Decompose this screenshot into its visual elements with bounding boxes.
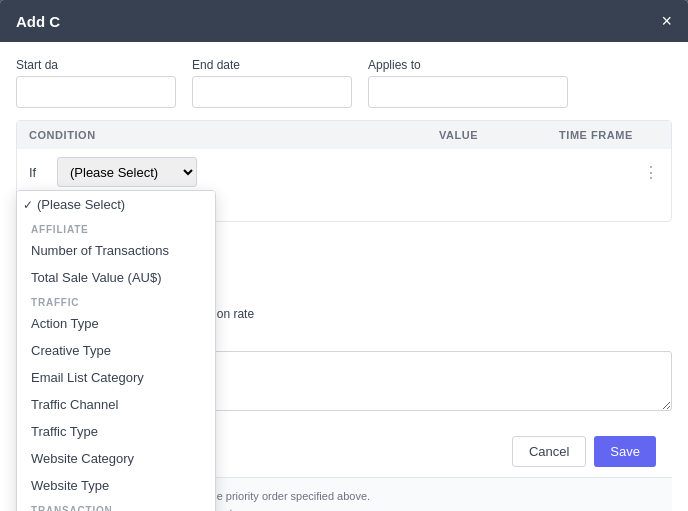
start-date-group: Start da: [16, 58, 176, 108]
end-date-input[interactable]: [192, 76, 352, 108]
end-date-group: End date: [192, 58, 352, 108]
if-label: If: [29, 165, 49, 180]
cancel-button[interactable]: Cancel: [512, 436, 586, 467]
modal-header: Add C ×: [0, 0, 688, 42]
start-date-input[interactable]: [16, 76, 176, 108]
applies-to-label: Applies to: [368, 58, 568, 72]
dropdown-item[interactable]: Creative Type: [17, 337, 215, 364]
rule-row: If (Please Select) ⋮: [17, 149, 671, 195]
dropdown-item[interactable]: ✓(Please Select): [17, 191, 215, 218]
dropdown-item[interactable]: Email List Category: [17, 364, 215, 391]
condition-select[interactable]: (Please Select): [57, 157, 197, 187]
modal-overlay: Add C × Start da End date Applies to: [0, 0, 688, 511]
applies-to-group: Applies to: [368, 58, 568, 108]
dropdown-section-header: AFFILIATE: [17, 218, 215, 237]
condition-dropdown[interactable]: ✓(Please Select)AFFILIATENumber of Trans…: [16, 190, 216, 511]
dropdown-section-header: TRAFFIC: [17, 291, 215, 310]
dropdown-item[interactable]: Traffic Type: [17, 418, 215, 445]
modal: Add C × Start da End date Applies to: [0, 0, 688, 511]
dropdown-item[interactable]: Traffic Channel: [17, 391, 215, 418]
dropdown-item[interactable]: Total Sale Value (AU$): [17, 264, 215, 291]
rule-header: CONDITION VALUE TIME FRAME: [17, 121, 671, 149]
modal-title: Add C: [16, 13, 60, 30]
check-icon: ✓: [23, 198, 33, 212]
start-date-label: Start da: [16, 58, 176, 72]
dropdown-item[interactable]: Website Category: [17, 445, 215, 472]
date-row: Start da End date Applies to: [16, 58, 672, 108]
row-menu-icon[interactable]: ⋮: [643, 163, 659, 182]
applies-to-input[interactable]: [368, 76, 568, 108]
dropdown-item-label: (Please Select): [37, 197, 125, 212]
value-header: VALUE: [439, 129, 519, 141]
save-button[interactable]: Save: [594, 436, 656, 467]
dropdown-item[interactable]: Number of Transactions: [17, 237, 215, 264]
dropdown-item[interactable]: Action Type: [17, 310, 215, 337]
dropdown-item[interactable]: Website Type: [17, 472, 215, 499]
modal-close-button[interactable]: ×: [661, 12, 672, 30]
dropdown-section-header: TRANSACTION: [17, 499, 215, 511]
modal-body: Start da End date Applies to CONDITION V…: [0, 42, 688, 511]
timeframe-header: TIME FRAME: [559, 129, 659, 141]
condition-header: CONDITION: [29, 129, 399, 141]
end-date-label: End date: [192, 58, 352, 72]
